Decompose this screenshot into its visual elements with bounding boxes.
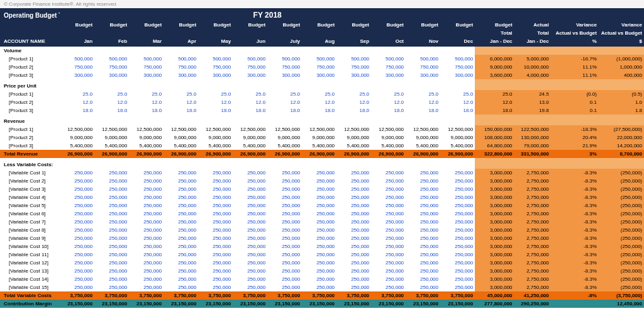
cell-value: 18.0 (336, 106, 371, 115)
cell-btotal: 108,000,000 (477, 133, 514, 142)
cell-value: 5,400,000 (267, 142, 302, 150)
col-var: Variance (599, 21, 644, 29)
cell-value: 12.0 (94, 98, 129, 106)
cell-value: 250,000 (60, 193, 94, 201)
cell-varpct: 11.1% (553, 63, 599, 71)
cell-value: 250,000 (336, 251, 371, 259)
cell-value: 250,000 (164, 201, 198, 210)
cell-value: 250,000 (233, 226, 267, 234)
cell-value: 750,000 (440, 63, 475, 71)
cell-value: 250,000 (406, 259, 440, 267)
cell-value: 250,000 (440, 185, 475, 193)
cell-atotal: 2,750,000 (514, 210, 551, 218)
cell-value: 250,000 (164, 283, 198, 291)
cell-value: 5,400,000 (60, 142, 94, 150)
cell-atotal: 2,750,000 (514, 226, 551, 234)
cell-value: 750,000 (129, 63, 164, 71)
cell-value: 26,900,000 (336, 150, 371, 158)
cell-vardol: (250,000) (599, 226, 644, 234)
cell-value: 250,000 (302, 218, 336, 226)
cell-value: 5,400,000 (94, 142, 129, 150)
col-budget: Budget (440, 21, 475, 29)
cell-value: 250,000 (164, 218, 198, 226)
cell-value: 25.0 (164, 90, 198, 98)
cell-value: 12,500,000 (406, 125, 440, 133)
template-title: Operating Budget Template (0, 8, 60, 21)
cell-btotal: 6,000,000 (477, 55, 514, 63)
cell-varpct: 21.9% (553, 142, 599, 150)
cell-atotal: 2,750,000 (514, 218, 551, 226)
cell-value: 12.0 (198, 98, 233, 106)
cell-atotal: 2,750,000 (514, 267, 551, 275)
row-label: [Variable Cost 3] (0, 185, 60, 193)
cell-value: 250,000 (440, 259, 475, 267)
cell-value: 9,000,000 (198, 133, 233, 142)
section-label: Revenue (0, 117, 60, 125)
cell-value: 25.0 (267, 90, 302, 98)
cell-value: 12.0 (60, 98, 94, 106)
cell-value: 250,000 (336, 226, 371, 234)
cell-value: 12,500,000 (267, 125, 302, 133)
cell-value: 250,000 (60, 169, 94, 177)
row-label: [Product 3] (0, 71, 60, 79)
cell-value: 250,000 (406, 177, 440, 185)
col-budget: Budget (267, 21, 302, 29)
cell-btotal: 3,000,000 (477, 259, 514, 267)
cell-value: 250,000 (164, 177, 198, 185)
cell-value: 250,000 (267, 267, 302, 275)
cell-vardol: (250,000) (599, 275, 644, 283)
cell-value: 5,400,000 (406, 142, 440, 150)
total-label: Total Revenue (0, 150, 60, 158)
cell-value: 12,500,000 (164, 125, 198, 133)
cell-value: 3,750,000 (336, 291, 371, 300)
cell-atotal: 2,750,000 (514, 201, 551, 210)
cell-atotal: 24.5 (514, 90, 551, 98)
cell-value: 500,000 (60, 55, 94, 63)
cell-value: 25.0 (129, 90, 164, 98)
cell-vardol: (250,000) (599, 251, 644, 259)
cell-varpct: -8.3% (553, 185, 599, 193)
cell-vardol: (250,000) (599, 267, 644, 275)
col-budget: Budget (406, 21, 440, 29)
cell-value: 18.0 (60, 106, 94, 115)
cell-value: 250,000 (302, 242, 336, 251)
section-label: Less Variable Costs: (0, 161, 60, 169)
cell-value: 26,900,000 (94, 150, 129, 158)
col-btotal: Budget (477, 21, 514, 29)
cell-value: 300,000 (336, 71, 371, 79)
cell-value: 250,000 (233, 234, 267, 242)
cell-value: 250,000 (198, 169, 233, 177)
cell-value: 3,750,000 (302, 291, 336, 300)
cell-value: 500,000 (336, 55, 371, 63)
cell-value: 250,000 (336, 201, 371, 210)
cell-value: 250,000 (60, 234, 94, 242)
cell-value: 12,500,000 (440, 125, 475, 133)
cell-value: 250,000 (371, 193, 406, 201)
cell-atotal: 130,000,000 (514, 133, 551, 142)
cell-btotal: 3,000,000 (477, 275, 514, 283)
cell-value: 250,000 (336, 283, 371, 291)
total-label: Contribution Margin (0, 300, 60, 308)
cell-value: 3,750,000 (94, 291, 129, 300)
cell-value: 250,000 (129, 169, 164, 177)
cell-value: 250,000 (336, 185, 371, 193)
col-acctname: ACCOUNT NAME (0, 37, 60, 47)
cell-value: 250,000 (198, 259, 233, 267)
cell-value: 250,000 (371, 226, 406, 234)
cell-varpct: 20.4% (553, 133, 599, 142)
cell-btotal: 64,800,000 (477, 142, 514, 150)
cell-value: 250,000 (164, 259, 198, 267)
cell-atotal: 2,750,000 (514, 251, 551, 259)
cell-value: 250,000 (60, 218, 94, 226)
cell-value: 750,000 (406, 63, 440, 71)
col-month: Sep (336, 37, 371, 47)
cell-value: 250,000 (302, 169, 336, 177)
cell-varpct: -8.3% (553, 201, 599, 210)
cell-value: 250,000 (267, 210, 302, 218)
cell-value: 750,000 (336, 63, 371, 71)
cell-value: 250,000 (94, 177, 129, 185)
cell-value: 250,000 (129, 275, 164, 283)
cell-value: 300,000 (60, 71, 94, 79)
cell-value: 250,000 (440, 251, 475, 259)
cell-value: 23,150,000 (233, 300, 267, 308)
